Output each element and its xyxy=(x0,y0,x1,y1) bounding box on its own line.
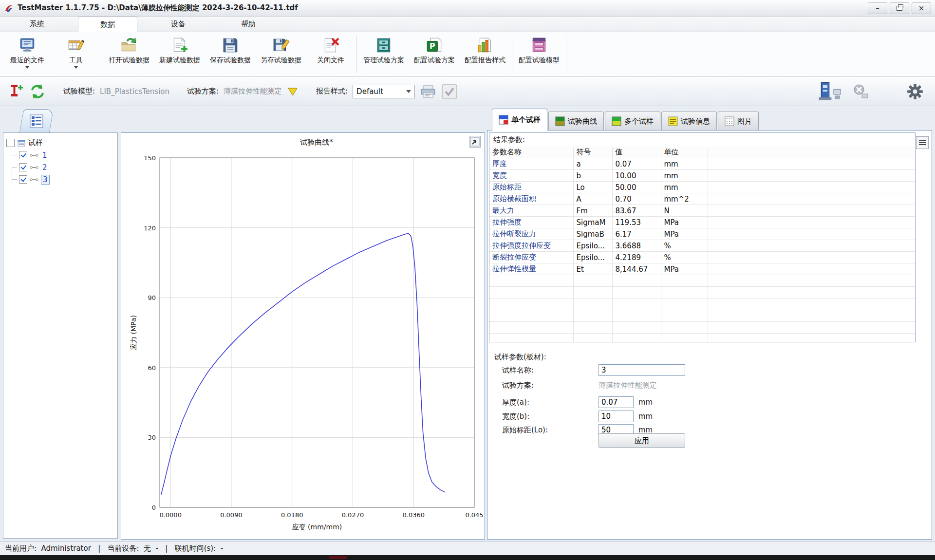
column-header: 符号 xyxy=(573,147,612,158)
confirm-icon[interactable] xyxy=(441,83,458,100)
tree-item-2[interactable]: 2 xyxy=(12,161,114,173)
tree-item-3[interactable]: 3 xyxy=(12,173,114,186)
param-name: 原始横截面积 xyxy=(489,193,573,205)
recent-files-label: 最近的文件 xyxy=(10,56,44,65)
save-as-data-icon xyxy=(272,36,290,55)
tab-info-icon xyxy=(668,116,678,126)
filter-icon[interactable] xyxy=(287,86,299,97)
recent-files-button[interactable]: 最近的文件 xyxy=(3,34,52,75)
tab-picture[interactable]: 图片 xyxy=(718,112,759,131)
width-b-label: 宽度(b): xyxy=(502,412,598,421)
param-unit: mm xyxy=(661,182,708,193)
print-icon[interactable] xyxy=(420,83,436,100)
table-row[interactable]: 拉伸强度SigmaM119.53MPa xyxy=(489,217,915,228)
status-bar: 当前用户: Administrator | 当前设备: 无 - | 联机时间(s… xyxy=(0,541,935,555)
menu-tab-help[interactable]: 帮助 xyxy=(219,17,278,32)
empty-cell xyxy=(489,287,573,299)
table-row[interactable]: 宽度b10.00mm xyxy=(489,170,915,182)
table-row[interactable]: 拉伸强度拉伸应变Epsilo...3.6688% xyxy=(489,240,915,252)
param-symbol: Lo xyxy=(573,182,612,193)
specimen-label[interactable]: 3 xyxy=(41,175,50,185)
tab-multi-specimen[interactable]: 多个试样 xyxy=(605,112,660,131)
param-unit: mm xyxy=(661,158,708,170)
menu-tab-device[interactable]: 设备 xyxy=(149,17,207,32)
param-value: 6.17 xyxy=(612,228,661,240)
manage-test-scheme-button[interactable]: 管理试验方案 xyxy=(358,34,409,75)
specimen-checkbox[interactable] xyxy=(19,163,27,171)
column-header: 单位 xyxy=(661,147,708,158)
width-b-unit: mm xyxy=(638,412,653,421)
specimen-label[interactable]: 2 xyxy=(41,163,49,172)
connect-specimen-icon[interactable] xyxy=(8,83,24,100)
thickness-a-field[interactable] xyxy=(598,396,634,408)
tab-picture-label: 图片 xyxy=(737,117,752,126)
table-row[interactable]: 原始标距Lo50.00mm xyxy=(489,182,915,193)
settings-gear-icon[interactable] xyxy=(907,83,923,100)
specimen-name-field[interactable] xyxy=(598,364,685,376)
specimen-checkbox[interactable] xyxy=(19,175,27,184)
table-row-empty xyxy=(489,275,915,287)
menu-tab-system[interactable]: 系统 xyxy=(8,17,66,32)
svg-text:应力 (MPa): 应力 (MPa) xyxy=(130,315,137,350)
tools-button[interactable]: 工具 xyxy=(52,34,100,75)
param-symbol: A xyxy=(573,193,612,205)
table-row-empty xyxy=(489,299,915,310)
table-row[interactable]: 断裂拉伸应变Epsilo...4.2189% xyxy=(489,252,915,263)
width-b-field[interactable] xyxy=(598,411,634,422)
apply-button[interactable]: 应用 xyxy=(598,433,685,448)
specimen-list-tab[interactable] xyxy=(19,109,54,133)
param-unit: N xyxy=(661,205,708,217)
tab-test-info[interactable]: 试验信息 xyxy=(661,112,717,131)
close-file-button[interactable]: 关闭文件 xyxy=(306,34,355,75)
tab-test-curve[interactable]: 试验曲线 xyxy=(548,112,604,131)
panel-menu-button[interactable] xyxy=(916,136,929,149)
config-report-style-button[interactable]: 配置报告样式 xyxy=(460,34,510,75)
empty-cell xyxy=(708,334,915,343)
open-data-icon xyxy=(120,36,138,55)
tree-item-1[interactable]: 1 xyxy=(12,149,114,161)
empty-cell xyxy=(612,322,661,334)
table-row[interactable]: 原始横截面积A0.70mm^2 xyxy=(489,193,915,205)
specimen-label[interactable]: 1 xyxy=(41,151,49,160)
open-test-data-button[interactable]: 打开试验数据 xyxy=(104,34,154,75)
param-value: 119.53 xyxy=(612,217,661,228)
table-row[interactable]: 拉伸弹性模量Et8,144.67MPa xyxy=(489,263,915,275)
tab-test-curve-label: 试验曲线 xyxy=(568,117,597,126)
empty-cell xyxy=(661,322,708,334)
table-row[interactable]: 拉伸断裂应力SigmaB6.17MPa xyxy=(489,228,915,240)
close-button[interactable]: × xyxy=(912,2,931,14)
svg-text:0.0180: 0.0180 xyxy=(281,511,303,519)
maximize-button[interactable] xyxy=(890,2,909,14)
column-header: 值 xyxy=(612,147,661,158)
empty-cell xyxy=(573,322,612,334)
param-symbol: Et xyxy=(573,263,612,275)
menu-tab-data[interactable]: 数据 xyxy=(78,17,137,32)
new-test-data-button[interactable]: 新建试验数据 xyxy=(154,34,205,75)
config-test-model-label: 配置试验模型 xyxy=(519,56,560,65)
svg-text:0.0360: 0.0360 xyxy=(402,511,425,519)
specimen-checkbox[interactable] xyxy=(19,151,27,159)
report-style-select[interactable]: Default xyxy=(353,85,415,98)
save-as-test-data-button[interactable]: 另存试验数据 xyxy=(256,34,306,75)
save-test-data-button[interactable]: 保存试验数据 xyxy=(205,34,256,75)
config-test-scheme-button[interactable]: P配置试验方案 xyxy=(409,34,460,75)
empty-cell xyxy=(661,334,708,343)
root-checkbox[interactable] xyxy=(6,139,15,147)
new-data-icon xyxy=(170,36,189,55)
recent-files-icon xyxy=(18,36,37,55)
refresh-icon[interactable] xyxy=(29,83,46,100)
empty-cell xyxy=(489,275,573,287)
config-test-model-button[interactable]: 配置试验模型 xyxy=(514,34,564,75)
tree-root-row[interactable]: 试样 xyxy=(6,137,114,149)
table-row-empty xyxy=(489,287,915,299)
minimize-button[interactable]: – xyxy=(868,2,887,14)
empty-cell xyxy=(708,310,915,322)
table-row[interactable]: 厚度a0.07mm xyxy=(489,158,915,170)
table-row[interactable]: 最大力Fm83.67N xyxy=(489,205,915,217)
test-model-value: LIB_PlasticsTension xyxy=(100,87,169,96)
empty-cell xyxy=(612,334,661,343)
svg-text:0.0090: 0.0090 xyxy=(220,511,243,519)
param-unit: % xyxy=(661,252,708,263)
tab-single-specimen[interactable]: 单个试样 xyxy=(492,109,547,131)
chart-export-button[interactable] xyxy=(469,136,481,148)
